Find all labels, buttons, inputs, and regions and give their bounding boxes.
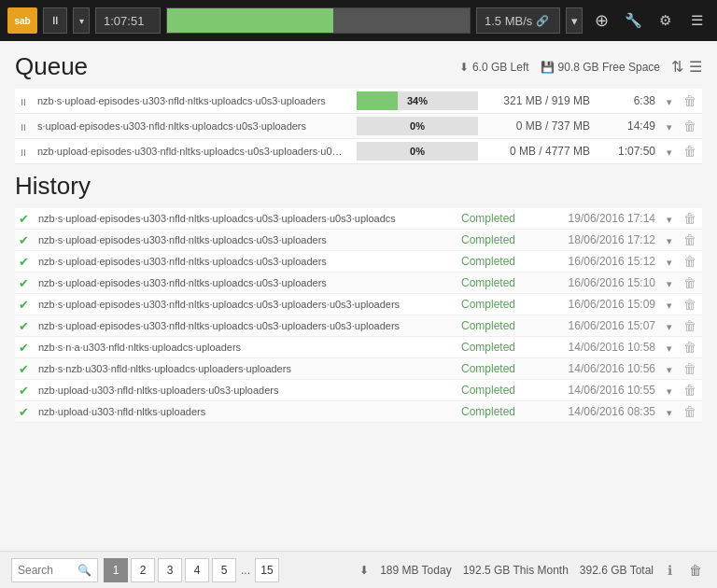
footer: 🔍 12345...15 ⬇ 189 MB Today 192.5 GB Thi… — [0, 551, 717, 588]
page-button-4[interactable]: 4 — [185, 558, 209, 582]
history-row-delete[interactable]: 🗑 — [678, 273, 702, 294]
page-button-3[interactable]: 3 — [158, 558, 182, 582]
history-row-delete[interactable]: 🗑 — [678, 337, 702, 358]
header: sab ⏸ ▾ 1:07:51 1.5 MB/s 🔗 ▾ ⊕ 🔧 ⚙ — [0, 0, 717, 41]
link-icon: 🔗 — [536, 15, 549, 27]
history-status: Completed — [456, 273, 540, 294]
history-item-name: nzb·s·nzb·u303·nfld·nltks·uploadcs·uploa… — [33, 358, 456, 380]
queue-row: ⏸ nzb·s·upload·episodes·u303·nfld·nltks·… — [15, 89, 702, 114]
queue-meta: ⬇ 6.0 GB Left 💾 90.8 GB Free Space ⇅ ☰ — [459, 58, 702, 76]
history-row-delete[interactable]: 🗑 — [678, 208, 702, 230]
row-delete[interactable]: 🗑 — [678, 114, 702, 139]
history-row-delete[interactable]: 🗑 — [678, 251, 702, 273]
history-status: Completed — [456, 251, 540, 273]
page-button-1[interactable]: 1 — [104, 558, 128, 582]
config-button[interactable]: 🔧 — [620, 7, 646, 34]
history-row: ✔ nzb·s·n·a·u303·nfld·nltks·uploadcs·upl… — [15, 337, 702, 358]
history-row: ✔ nzb·s·upload·episodes·u303·nfld·nltks·… — [15, 273, 702, 294]
history-row-delete[interactable]: 🗑 — [678, 230, 702, 251]
row-delete[interactable]: 🗑 — [678, 139, 702, 164]
history-date: 16/06/2016 15:10 — [540, 273, 661, 294]
sort-icon[interactable]: ⇅ — [671, 58, 683, 76]
history-row-dropdown[interactable]: ▾ — [661, 380, 678, 401]
queue-progress-cell: 0% — [351, 139, 484, 164]
page-button-5[interactable]: 5 — [212, 558, 236, 582]
history-row-delete[interactable]: 🗑 — [678, 358, 702, 380]
queue-size: 0 MB / 4777 MB — [484, 139, 596, 164]
history-status: Completed — [456, 230, 540, 251]
pause-button[interactable]: ⏸ — [43, 7, 67, 34]
history-date: 16/06/2016 15:12 — [540, 251, 661, 273]
speed-dropdown-button[interactable]: ▾ — [566, 7, 583, 34]
delete-all-button[interactable]: 🗑 — [685, 560, 706, 581]
history-row: ✔ nzb·upload·u303·nfld·nltks·uploaders C… — [15, 401, 702, 423]
list-view-icon[interactable]: ☰ — [689, 58, 702, 76]
history-row-delete[interactable]: 🗑 — [678, 315, 702, 337]
page-ellipsis: ... — [239, 564, 252, 577]
download-icon-footer: ⬇ — [359, 564, 369, 577]
history-date: 14/06/2016 08:35 — [540, 401, 661, 423]
dropdown-icon: ▾ — [79, 16, 84, 26]
row-pause-icon[interactable]: ⏸ — [15, 139, 32, 164]
history-row: ✔ nzb·s·upload·episodes·u303·nfld·nltks·… — [15, 315, 702, 337]
row-dropdown[interactable]: ▾ — [661, 139, 678, 164]
pause-icon: ⏸ — [49, 14, 61, 27]
history-row-dropdown[interactable]: ▾ — [661, 401, 678, 423]
logo: sab — [7, 7, 37, 34]
search-input[interactable] — [18, 564, 74, 577]
speed-display: 1.5 MB/s 🔗 — [476, 7, 560, 34]
history-check-icon: ✔ — [15, 273, 33, 294]
history-date: 14/06/2016 10:58 — [540, 337, 661, 358]
history-row: ✔ nzb·upload·u303·nfld·nltks·uploaders·u… — [15, 380, 702, 401]
download-icon: ⬇ — [459, 61, 469, 74]
row-pause-icon[interactable]: ⏸ — [15, 114, 32, 139]
history-row-dropdown[interactable]: ▾ — [661, 337, 678, 358]
menu-button[interactable]: ☰ — [683, 7, 710, 34]
row-dropdown[interactable]: ▾ — [661, 89, 678, 114]
history-row-dropdown[interactable]: ▾ — [661, 358, 678, 380]
pagination: 12345...15 — [104, 558, 279, 582]
queue-size-left: ⬇ 6.0 GB Left — [459, 61, 529, 74]
history-title: History — [15, 172, 91, 201]
history-row-delete[interactable]: 🗑 — [678, 401, 702, 423]
history-item-name: nzb·s·upload·episodes·u303·nfld·nltks·up… — [33, 294, 456, 315]
delete-icon: 🗑 — [689, 563, 702, 578]
queue-progress-cell: 34% — [351, 89, 484, 114]
history-date: 18/06/2016 17:12 — [540, 230, 661, 251]
history-row-dropdown[interactable]: ▾ — [661, 315, 678, 337]
add-button[interactable]: ⊕ — [588, 7, 614, 34]
page-button-2[interactable]: 2 — [131, 558, 155, 582]
page-button-15[interactable]: 15 — [255, 558, 279, 582]
search-icon: 🔍 — [77, 564, 91, 577]
info-button[interactable]: ℹ — [659, 560, 680, 581]
history-row: ✔ nzb·s·upload·episodes·u303·nfld·nltks·… — [15, 208, 702, 230]
pause-dropdown-button[interactable]: ▾ — [73, 7, 90, 34]
history-check-icon: ✔ — [15, 251, 33, 273]
history-item-name: nzb·upload·u303·nfld·nltks·uploaders·u0s… — [33, 380, 456, 401]
history-row-dropdown[interactable]: ▾ — [661, 273, 678, 294]
history-status: Completed — [456, 401, 540, 423]
history-row-dropdown[interactable]: ▾ — [661, 208, 678, 230]
queue-row: ⏸ nzb·upload·episodes·u303·nfld·nltks·up… — [15, 139, 702, 164]
disk-icon: 💾 — [541, 61, 555, 74]
history-row-delete[interactable]: 🗑 — [678, 380, 702, 401]
history-date: 16/06/2016 15:09 — [540, 294, 661, 315]
queue-title: Queue — [15, 52, 88, 81]
stats-today: 189 MB Today — [380, 564, 452, 577]
queue-time: 14:49 — [596, 114, 661, 139]
history-row-dropdown[interactable]: ▾ — [661, 294, 678, 315]
search-box: 🔍 — [11, 558, 98, 582]
history-row-delete[interactable]: 🗑 — [678, 294, 702, 315]
row-delete[interactable]: 🗑 — [678, 89, 702, 114]
history-row-dropdown[interactable]: ▾ — [661, 230, 678, 251]
history-item-name: nzb·upload·u303·nfld·nltks·uploaders — [33, 401, 456, 423]
row-pause-icon[interactable]: ⏸ — [15, 89, 32, 114]
row-dropdown[interactable]: ▾ — [661, 114, 678, 139]
add-icon: ⊕ — [595, 10, 609, 31]
footer-icons: ℹ 🗑 — [659, 560, 706, 581]
settings-button[interactable]: ⚙ — [652, 7, 678, 34]
history-row-dropdown[interactable]: ▾ — [661, 251, 678, 273]
history-check-icon: ✔ — [15, 230, 33, 251]
history-item-name: nzb·s·upload·episodes·u303·nfld·nltks·up… — [33, 273, 456, 294]
history-date: 19/06/2016 17:14 — [540, 208, 661, 230]
